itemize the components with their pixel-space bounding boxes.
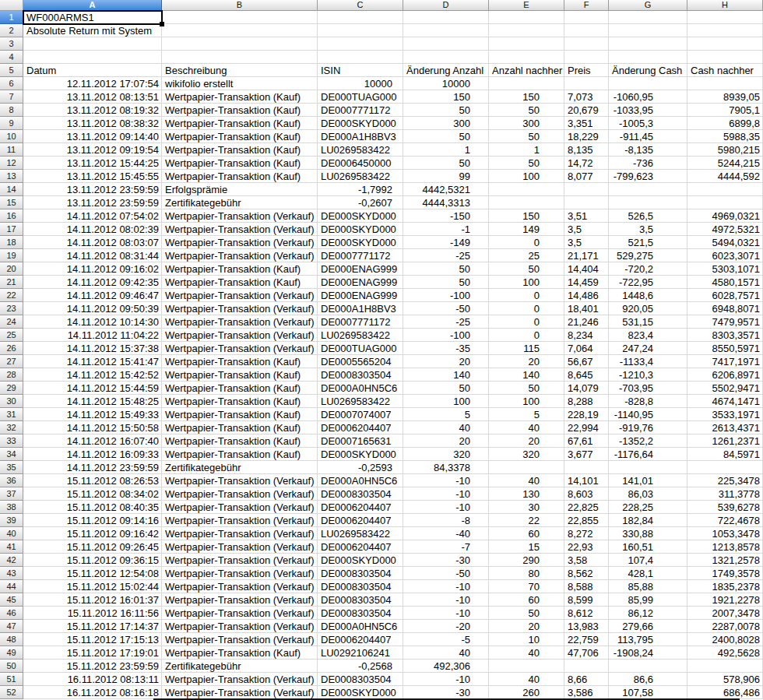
row-header-41[interactable]: 41	[0, 540, 23, 554]
cell-G39[interactable]: 182,84	[609, 514, 687, 527]
cell-C18[interactable]: DE000SKYD000	[318, 236, 403, 249]
cell-G13[interactable]: -799,623	[609, 170, 687, 183]
cell-H20[interactable]: 5303,1071	[687, 262, 763, 276]
cell-B40[interactable]: Wertpapier-Transaktion (Verkauf)	[162, 527, 318, 540]
cell-B38[interactable]: Wertpapier-Transaktion (Verkauf)	[162, 501, 318, 514]
row-header-33[interactable]: 33	[0, 434, 23, 448]
row-header-17[interactable]: 17	[0, 223, 23, 236]
cell-B9[interactable]: Wertpapier-Transaktion (Kauf)	[162, 117, 318, 130]
row-header-2[interactable]: 2	[0, 24, 23, 37]
cell-A48[interactable]: 15.11.2012 17:15:13	[23, 633, 162, 646]
cell-B47[interactable]: Wertpapier-Transaktion (Verkauf)	[162, 620, 318, 633]
cell-G17[interactable]: 3,5	[609, 223, 687, 236]
cell-C50[interactable]: -0,2568	[318, 660, 403, 673]
cell-H22[interactable]: 6028,7571	[687, 289, 763, 302]
cell-A47[interactable]: 15.11.2012 17:14:37	[23, 620, 162, 633]
cell-C51[interactable]: DE0008303504	[318, 673, 403, 686]
column-header-D[interactable]: D	[403, 0, 489, 11]
cell-H32[interactable]: 2613,4371	[687, 421, 763, 434]
cell-B35[interactable]: Zertifikategebühr	[162, 461, 318, 474]
cell-A28[interactable]: 14.11.2012 15:42:52	[23, 368, 162, 382]
cell-D14[interactable]: 4442,5321	[403, 183, 489, 196]
cell-C13[interactable]: LU0269583422	[318, 170, 403, 183]
cell-F38[interactable]: 22,825	[564, 501, 609, 514]
cell-A24[interactable]: 14.11.2012 10:14:30	[23, 315, 162, 329]
cell-D29[interactable]: 50	[403, 382, 489, 395]
cell-H6[interactable]	[687, 77, 763, 90]
cell-G38[interactable]: 228,25	[609, 501, 687, 514]
cell-G22[interactable]: 1448,6	[609, 289, 687, 302]
cell-E24[interactable]: 0	[489, 315, 564, 329]
cell-B31[interactable]: Wertpapier-Transaktion (Kauf)	[162, 408, 318, 421]
cell-C31[interactable]: DE0007074007	[318, 408, 403, 421]
cell-E27[interactable]: 20	[489, 355, 564, 368]
cell-C17[interactable]: DE000SKYD000	[318, 223, 403, 236]
cell-C20[interactable]: DE000ENAG999	[318, 262, 403, 276]
cell-E44[interactable]: 70	[489, 580, 564, 593]
cell-F40[interactable]: 8,272	[564, 527, 609, 540]
cell-G47[interactable]: 279,66	[609, 620, 687, 633]
cell-E35[interactable]	[489, 461, 564, 474]
cell-E47[interactable]: 20	[489, 620, 564, 633]
cell-H5[interactable]: Cash nachher	[687, 64, 763, 77]
cell-D35[interactable]: 84,3378	[403, 461, 489, 474]
row-header-27[interactable]: 27	[0, 355, 23, 368]
cell-E41[interactable]: 15	[489, 540, 564, 554]
cell-E38[interactable]: 30	[489, 501, 564, 514]
cell-D33[interactable]: 20	[403, 434, 489, 448]
cell-A51[interactable]: 16.11.2012 08:13:11	[23, 673, 162, 686]
cell-A38[interactable]: 15.11.2012 08:40:35	[23, 501, 162, 514]
cell-A5[interactable]: Datum	[23, 64, 162, 77]
cell-F18[interactable]: 3,5	[564, 236, 609, 249]
cell-H36[interactable]: 225,3478	[687, 474, 763, 487]
cell-F11[interactable]: 8,135	[564, 143, 609, 157]
row-header-47[interactable]: 47	[0, 620, 23, 633]
cell-B19[interactable]: Wertpapier-Transaktion (Verkauf)	[162, 249, 318, 262]
cell-F9[interactable]: 3,351	[564, 117, 609, 130]
cell-E26[interactable]: 115	[489, 342, 564, 355]
cell-C22[interactable]: DE000ENAG999	[318, 289, 403, 302]
cell-C5[interactable]: ISIN	[318, 64, 403, 77]
cell-H45[interactable]: 1921,2278	[687, 593, 763, 607]
cell-D19[interactable]: -25	[403, 249, 489, 262]
cell-C39[interactable]: DE0006204407	[318, 514, 403, 527]
cell-B48[interactable]: Wertpapier-Transaktion (Verkauf)	[162, 633, 318, 646]
cell-E14[interactable]	[489, 183, 564, 196]
cell-E13[interactable]: 100	[489, 170, 564, 183]
cell-E43[interactable]: 80	[489, 567, 564, 580]
column-header-C[interactable]: C	[318, 0, 403, 11]
row-header-42[interactable]: 42	[0, 554, 23, 567]
cell-D36[interactable]: -10	[403, 474, 489, 487]
cell-C41[interactable]: DE0006204407	[318, 540, 403, 554]
cell-G19[interactable]: 529,275	[609, 249, 687, 262]
cell-H14[interactable]	[687, 183, 763, 196]
cell-C10[interactable]: DE000A1H8BV3	[318, 130, 403, 143]
cell-F37[interactable]: 8,603	[564, 487, 609, 501]
cell-H2[interactable]	[687, 24, 763, 37]
cell-D11[interactable]: 1	[403, 143, 489, 157]
cell-E9[interactable]: 300	[489, 117, 564, 130]
row-header-16[interactable]: 16	[0, 209, 23, 223]
cell-B41[interactable]: Wertpapier-Transaktion (Verkauf)	[162, 540, 318, 554]
cell-E31[interactable]: 5	[489, 408, 564, 421]
cell-B11[interactable]: Wertpapier-Transaktion (Kauf)	[162, 143, 318, 157]
cell-A50[interactable]: 15.11.2012 23:59:59	[23, 660, 162, 673]
row-header-49[interactable]: 49	[0, 646, 23, 660]
row-header-11[interactable]: 11	[0, 143, 23, 157]
cell-C42[interactable]: DE000SKYD000	[318, 554, 403, 567]
cell-G49[interactable]: -1908,24	[609, 646, 687, 660]
row-header-8[interactable]: 8	[0, 104, 23, 117]
cell-G43[interactable]: 428,1	[609, 567, 687, 580]
cell-B8[interactable]: Wertpapier-Transaktion (Kauf)	[162, 104, 318, 117]
cell-H18[interactable]: 5494,0321	[687, 236, 763, 249]
cell-A39[interactable]: 15.11.2012 09:14:16	[23, 514, 162, 527]
cell-B43[interactable]: Wertpapier-Transaktion (Verkauf)	[162, 567, 318, 580]
cell-G9[interactable]: -1005,3	[609, 117, 687, 130]
row-header-26[interactable]: 26	[0, 342, 23, 355]
cell-A16[interactable]: 14.11.2012 07:54:02	[23, 209, 162, 223]
cell-A35[interactable]: 14.11.2012 23:59:59	[23, 461, 162, 474]
cell-C48[interactable]: DE0006204407	[318, 633, 403, 646]
cell-F46[interactable]: 8,612	[564, 607, 609, 620]
cell-B5[interactable]: Beschreibung	[162, 64, 318, 77]
cell-B52[interactable]: Wertpapier-Transaktion (Verkauf)	[162, 686, 318, 699]
